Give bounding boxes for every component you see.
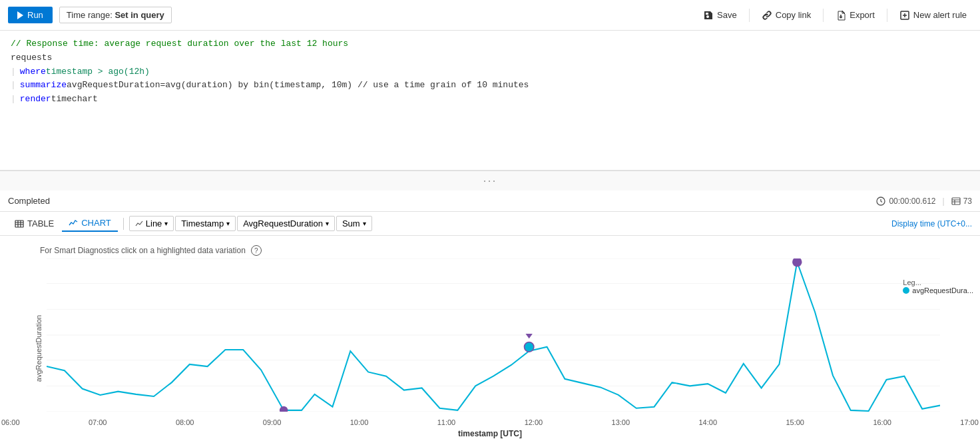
save-label: Save	[717, 10, 737, 20]
export-label: Export	[850, 10, 875, 20]
display-time: Display time (UTC+0...	[891, 219, 972, 228]
anomaly-dot-max1[interactable]	[524, 342, 533, 352]
line-chart-path	[47, 262, 940, 411]
chart-area: For Smart Diagnostics click on a highlig…	[0, 236, 980, 442]
line-dropdown[interactable]: Line ▾	[129, 216, 174, 231]
svg-rect-3	[15, 221, 23, 227]
toolbar-separator	[123, 218, 124, 230]
time-range-button[interactable]: Time range: Set in query	[59, 7, 172, 23]
comment-text: // Response time: average request durati…	[11, 37, 348, 51]
legend-title: Leg...	[903, 278, 973, 286]
export-icon	[836, 10, 846, 21]
timestamp-chevron: ▾	[226, 220, 230, 227]
code-editor[interactable]: // Response time: average request durati…	[0, 31, 980, 171]
run-label: Run	[27, 10, 43, 20]
info-icon[interactable]: ?	[251, 245, 262, 256]
chart-tab-icon	[69, 219, 78, 228]
code-line-table: requests	[11, 51, 969, 65]
toolbar: Run Time range: Set in query Save Copy l…	[0, 0, 980, 31]
count-value: 73	[963, 197, 972, 206]
code-line-comment: // Response time: average request durati…	[11, 37, 969, 51]
chart-container: avgRequestDuration timestamp [UTC] Leg..…	[0, 258, 980, 438]
timestamp-label: Timestamp	[181, 219, 224, 228]
sum-dropdown[interactable]: Sum ▾	[336, 216, 372, 231]
anomaly-marker-max1	[526, 334, 533, 338]
chart-toolbar: TABLE CHART Line ▾ Timestamp ▾ AvgReques…	[0, 212, 980, 236]
x-axis-label: timestamp [UTC]	[458, 429, 522, 438]
copy-link-button[interactable]: Copy link	[756, 7, 816, 23]
code-line-summarize: | summarize avgRequestDuration=avg(durat…	[11, 79, 969, 93]
legend-item: avgRequestDura...	[903, 286, 973, 294]
code-line-render: | render timechart	[11, 93, 969, 107]
new-alert-button[interactable]: New alert rule	[894, 7, 972, 23]
new-alert-label: New alert rule	[913, 10, 967, 20]
chart-tab[interactable]: CHART	[62, 215, 118, 232]
avg-label: AvgRequestDuration	[243, 219, 323, 228]
table-tab[interactable]: TABLE	[8, 216, 61, 231]
result-count: 73	[951, 197, 972, 206]
drag-handle[interactable]: ···	[0, 171, 980, 191]
y-axis-label: avgRequestDuration	[35, 315, 43, 382]
save-icon	[703, 10, 714, 21]
copy-link-icon	[762, 10, 772, 21]
sum-label: Sum	[342, 219, 360, 228]
avg-chevron: ▾	[326, 220, 329, 227]
line-icon	[135, 220, 143, 228]
chart-tab-label: CHART	[81, 218, 111, 228]
new-alert-icon	[899, 10, 910, 21]
clock-icon	[876, 197, 885, 206]
export-button[interactable]: Export	[830, 7, 880, 23]
table-name: requests	[11, 51, 52, 65]
code-line-where: | where timestamp > ago(12h)	[11, 65, 969, 79]
x-axis-ticks: 06:00 07:00 08:00 09:00 10:00 11:00 12:0…	[0, 418, 980, 426]
table-icon	[951, 197, 961, 206]
line-chart[interactable]: 600k 500k 400k 300k 200k 100k 0	[47, 258, 940, 412]
sum-chevron: ▾	[363, 220, 366, 227]
smart-diagnostics-text: For Smart Diagnostics click on a highlig…	[40, 246, 246, 255]
table-tab-icon	[15, 219, 24, 228]
anomaly-dot-max2[interactable]	[792, 258, 802, 267]
chart-legend: Leg... avgRequestDura...	[903, 278, 973, 294]
table-tab-label: TABLE	[27, 219, 54, 228]
legend-series-label: avgRequestDura...	[912, 286, 973, 294]
timestamp-dropdown[interactable]: Timestamp ▾	[175, 216, 236, 231]
smart-diagnostics-info: For Smart Diagnostics click on a highlig…	[0, 242, 980, 258]
status-text: Completed	[8, 196, 50, 206]
svg-rect-2	[952, 198, 960, 205]
statusbar: Completed 00:00:00.612 | 73	[0, 191, 980, 212]
time-range-label: Time range:	[67, 10, 113, 20]
play-icon	[17, 11, 23, 19]
avg-dropdown[interactable]: AvgRequestDuration ▾	[237, 216, 335, 231]
timing-info: 00:00:00.612	[876, 197, 935, 206]
time-range-value: Set in query	[115, 10, 164, 20]
save-button[interactable]: Save	[698, 7, 742, 23]
anomaly-dot-min[interactable]	[280, 406, 288, 412]
run-button[interactable]: Run	[8, 7, 53, 23]
timing-value: 00:00:00.612	[889, 197, 935, 206]
legend-dot	[903, 287, 909, 294]
line-label: Line	[146, 219, 162, 228]
copy-link-label: Copy link	[776, 10, 811, 20]
line-chevron: ▾	[164, 220, 168, 227]
